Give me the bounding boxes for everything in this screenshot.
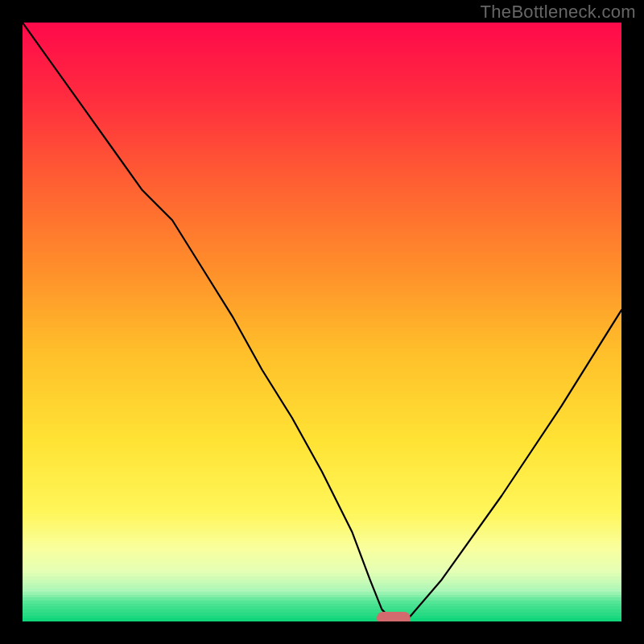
plot-area: [23, 23, 621, 621]
optimal-marker: [377, 612, 411, 621]
bottleneck-curve: [23, 23, 621, 621]
watermark-text: TheBottleneck.com: [481, 2, 636, 23]
chart-frame: TheBottleneck.com: [0, 0, 644, 644]
